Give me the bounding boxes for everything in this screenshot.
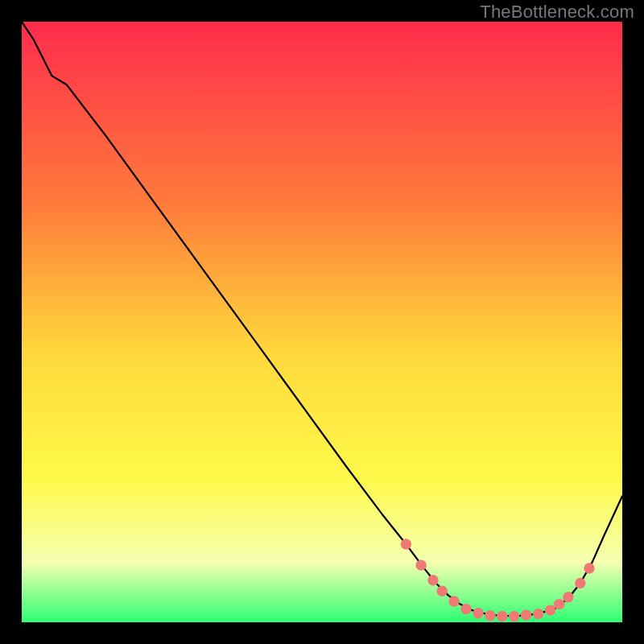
curve-marker [415,559,426,570]
curve-marker [437,586,448,597]
curve-marker [497,611,507,621]
curve-marker [401,539,411,549]
curve-marker [460,604,471,614]
curve-marker [584,563,594,573]
chart-plot-area [22,22,622,622]
curve-marker [485,610,495,621]
curve-marker [448,596,459,606]
curve-marker [509,611,519,621]
chart-frame: TheBottleneck.com [0,0,644,644]
curve-marker [533,609,543,619]
curve-marker [554,599,564,609]
chart-svg [22,22,622,622]
chart-gradient-bg [22,22,622,622]
watermark-label: TheBottleneck.com [480,2,634,23]
curve-marker [473,608,483,618]
curve-marker [521,609,531,620]
curve-marker [545,605,555,615]
curve-marker [427,575,438,585]
curve-marker [575,578,585,588]
curve-marker [563,592,573,602]
